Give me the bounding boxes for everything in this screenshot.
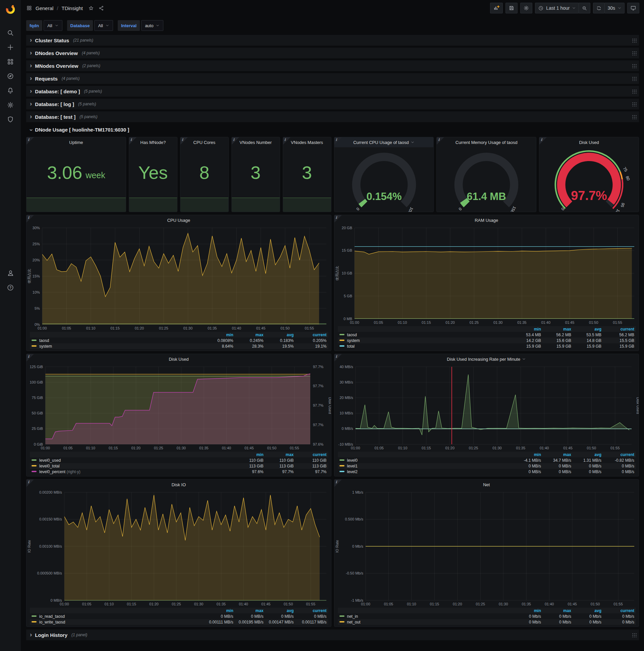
dashboard-row[interactable]: ›Database: [ log ](5 panels) (26, 99, 639, 110)
panel-title[interactable]: Disk IO (27, 479, 331, 490)
legend-series-name[interactable]: level0_total (30, 463, 235, 469)
legend-col-avg[interactable]: avg (573, 326, 603, 332)
legend-col-min[interactable]: min (235, 452, 265, 457)
legend-col-max[interactable]: max (543, 326, 573, 332)
row-drag-handle[interactable] (632, 102, 637, 106)
legend-series-name[interactable]: level2 (338, 469, 513, 474)
configuration-gear-icon[interactable] (3, 98, 18, 112)
breadcrumb-title[interactable]: TDinsight (62, 5, 83, 11)
legend-col-current[interactable]: current (295, 332, 328, 338)
panel-info-icon[interactable]: i (283, 137, 290, 145)
row-drag-handle[interactable] (632, 51, 637, 55)
legend-col-min[interactable]: min (513, 452, 543, 457)
panel-info-icon[interactable]: i (27, 479, 34, 487)
panel-info-icon[interactable]: i (334, 215, 342, 222)
add-panel-button[interactable] (490, 3, 503, 13)
legend-series-name[interactable]: system (30, 343, 205, 349)
dashboard-row[interactable]: ›Cluster Status(21 panels) (26, 35, 639, 45)
panel-title[interactable]: Disk Used Increasing Rate per Minute (334, 354, 639, 364)
legend-series-name[interactable]: taosd (338, 332, 513, 338)
legend-series-name[interactable]: total (338, 343, 513, 349)
panel-title[interactable]: Disk Used (539, 137, 639, 147)
legend-series-name[interactable]: level0_used (30, 457, 235, 463)
variable-value-dropdown[interactable]: All (94, 20, 113, 31)
panel-title[interactable]: Net (334, 479, 639, 490)
alerting-bell-icon[interactable] (3, 83, 18, 98)
dashboards-icon[interactable] (3, 54, 18, 69)
variable-value-dropdown[interactable]: All (43, 20, 62, 31)
panel-info-icon[interactable]: i (539, 137, 547, 145)
legend-series-name[interactable]: level1 (338, 463, 513, 469)
row-drag-handle[interactable] (632, 76, 637, 81)
dashboard-row-dnode-usage[interactable]: › DNode Usage [ huolinhe-TM1701:6030 ] (26, 124, 639, 135)
panel-title[interactable]: RAM Usage (334, 215, 639, 225)
explore-compass-icon[interactable] (3, 69, 18, 83)
variable-label[interactable]: Database (67, 20, 93, 31)
user-avatar-icon[interactable] (3, 266, 18, 280)
dashboard-settings-button[interactable] (520, 3, 532, 13)
panel-info-icon[interactable]: i (334, 479, 342, 487)
grafana-logo[interactable] (5, 3, 16, 16)
panel-info-icon[interactable]: i (437, 137, 444, 145)
legend-series-name[interactable]: net_out (338, 619, 513, 625)
legend-series-name[interactable]: level0_percent (right-y) (30, 469, 235, 474)
legend-col-avg[interactable]: avg (573, 608, 603, 613)
row-drag-handle[interactable] (632, 633, 637, 637)
legend-col-current[interactable]: current (295, 452, 328, 457)
star-icon[interactable] (88, 5, 94, 11)
legend-col-avg[interactable]: avg (265, 332, 295, 338)
legend-col-max[interactable]: max (543, 608, 573, 613)
legend-series-name[interactable]: io_write_taosd (30, 619, 205, 625)
panel-title[interactable]: Current Memory Usage of taosd (437, 137, 536, 147)
dashboard-row[interactable]: ›MNodes Overview(2 panels) (26, 60, 639, 71)
breadcrumb-section[interactable]: General (36, 5, 53, 11)
row-drag-handle[interactable] (632, 89, 637, 94)
legend-col-current[interactable]: current (295, 608, 328, 613)
search-icon[interactable] (3, 26, 18, 40)
row-drag-handle[interactable] (632, 64, 637, 68)
panel-info-icon[interactable]: i (129, 137, 136, 145)
time-range-button[interactable]: Last 1 hour (535, 3, 579, 13)
save-dashboard-button[interactable] (506, 3, 518, 13)
admin-shield-icon[interactable] (3, 112, 18, 126)
cycle-view-mode-button[interactable] (627, 3, 639, 13)
dashboard-row[interactable]: ›Database: [ test ](5 panels) (26, 112, 639, 122)
legend-col-current[interactable]: current (603, 326, 636, 332)
legend-col-min[interactable]: min (205, 332, 235, 338)
create-plus-icon[interactable] (3, 40, 18, 54)
share-icon[interactable] (99, 5, 104, 11)
legend-series-name[interactable]: io_read_taosd (30, 613, 205, 619)
legend-series-name[interactable]: level0 (338, 457, 513, 463)
legend-col-max[interactable]: max (265, 452, 295, 457)
panel-title[interactable]: Current CPU Usage of taosd (334, 137, 434, 147)
legend-col-min[interactable]: min (513, 608, 543, 613)
legend-col-current[interactable]: current (603, 608, 636, 613)
dashboard-row[interactable]: ›Requests(4 panels) (26, 73, 639, 84)
legend-col-max[interactable]: max (235, 332, 265, 338)
legend-col-max[interactable]: max (543, 452, 573, 457)
dashboard-row[interactable]: ›DNodes Overview(4 panels) (26, 48, 639, 58)
panel-info-icon[interactable]: i (27, 137, 34, 145)
panel-info-icon[interactable]: i (334, 354, 342, 362)
legend-col-max[interactable]: max (235, 608, 265, 613)
legend-col-min[interactable]: min (513, 326, 543, 332)
legend-series-name[interactable]: system (338, 338, 513, 343)
legend-col-avg[interactable]: avg (265, 608, 295, 613)
panel-title[interactable]: Disk Used (27, 354, 331, 364)
variable-value-dropdown[interactable]: auto (141, 20, 163, 31)
panel-info-icon[interactable]: i (232, 137, 239, 145)
dashboard-row[interactable]: ›Database: [ demo ](5 panels) (26, 86, 639, 97)
legend-series-name[interactable]: taosd (30, 338, 205, 343)
legend-col-current[interactable]: current (603, 452, 636, 457)
panel-info-icon[interactable]: i (27, 215, 34, 222)
refresh-interval-dropdown[interactable]: 30s (604, 3, 624, 13)
refresh-button[interactable] (593, 3, 605, 13)
panel-info-icon[interactable]: i (334, 137, 342, 145)
variable-label[interactable]: fqdn (26, 20, 42, 31)
dashboard-row[interactable]: ›Login History(1 panel) (26, 629, 639, 640)
panel-info-icon[interactable]: i (181, 137, 188, 145)
panel-info-icon[interactable]: i (27, 354, 34, 362)
row-drag-handle[interactable] (632, 115, 637, 119)
panel-title[interactable]: Uptime (27, 137, 126, 147)
legend-col-avg[interactable]: avg (573, 452, 603, 457)
